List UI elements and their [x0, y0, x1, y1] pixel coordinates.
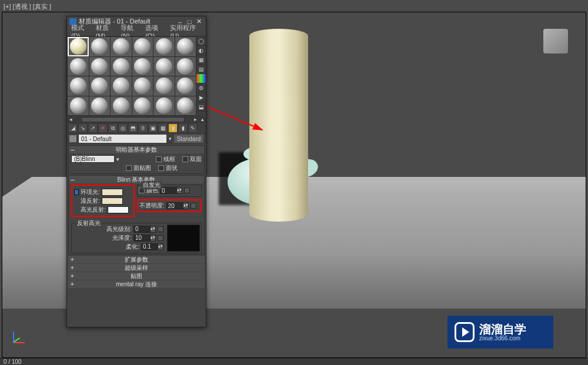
sample-scrollbar[interactable]: ◂▸▴ — [67, 116, 206, 123]
face-map-label: 面贴图 — [133, 164, 151, 172]
material-slot[interactable] — [111, 37, 132, 56]
material-slot[interactable] — [68, 76, 89, 96]
rollout-header[interactable]: – 明暗器基本参数 — [69, 146, 204, 153]
highlight-curve-preview — [167, 225, 200, 252]
material-slot[interactable] — [175, 37, 196, 56]
material-slot[interactable] — [89, 76, 111, 96]
viewcube[interactable] — [543, 29, 568, 53]
opacity-label: 不透明度: — [139, 202, 165, 210]
faceted-label: 面状 — [166, 164, 178, 172]
glossiness-map-button[interactable] — [158, 235, 163, 241]
glossiness-label: 光泽度: — [73, 234, 132, 242]
specular-highlights-group: 反射高光 高光级别: 0▴▾ 光泽度: 10▴▾ — [71, 223, 202, 253]
material-map-nav-icon[interactable]: ⬓ — [196, 102, 206, 112]
soften-spinner[interactable]: 0.1▴▾ — [141, 243, 163, 250]
material-slot[interactable] — [111, 57, 132, 76]
material-slot[interactable] — [89, 37, 111, 56]
video-color-icon[interactable] — [196, 74, 206, 83]
self-illum-spinner[interactable]: 0▴▾ — [160, 187, 182, 194]
show-in-viewport-icon[interactable]: ▣ — [148, 123, 158, 133]
shader-select[interactable]: (B)Blinn — [71, 155, 115, 163]
status-bar: 0 / 100 — [0, 358, 588, 365]
rollout-mentalray[interactable]: +mental ray 连接 — [68, 280, 205, 288]
material-slot[interactable] — [89, 96, 111, 116]
opacity-map-button[interactable] — [191, 203, 196, 209]
material-editor-menubar[interactable]: 模式(D) 材质(M) 导航(N) 选项(O) 实用程序(U) — [67, 26, 206, 36]
material-slot[interactable] — [111, 96, 132, 116]
rollout-extended[interactable]: +扩展参数 — [68, 256, 205, 263]
material-slot[interactable] — [132, 96, 153, 116]
self-illum-map-button[interactable] — [184, 187, 190, 193]
cylinder-object — [249, 29, 308, 222]
show-end-result-icon[interactable]: ▦ — [158, 123, 168, 133]
wireframe-label: 线框 — [163, 155, 175, 163]
material-slot[interactable] — [132, 76, 153, 96]
sample-type-icon[interactable]: ◯ — [196, 36, 206, 46]
rollout-supersampling[interactable]: +超级采样 — [68, 264, 205, 272]
play-icon — [455, 322, 475, 342]
go-forward-icon[interactable]: ▮ — [178, 123, 188, 133]
material-slot[interactable] — [175, 76, 196, 96]
eyedropper-icon[interactable] — [69, 135, 76, 142]
material-slot[interactable] — [175, 57, 196, 76]
two-sided-checkbox[interactable] — [182, 156, 188, 162]
spec-level-map-button[interactable] — [158, 226, 163, 232]
material-slot[interactable] — [111, 76, 132, 96]
axis-tripod — [8, 329, 25, 346]
backlight-icon[interactable]: ◐ — [196, 46, 206, 55]
material-slot[interactable] — [153, 96, 175, 116]
soften-label: 柔化: — [73, 243, 139, 251]
highlight-box-opacity: 不透明度: 20▴▾ — [137, 199, 202, 212]
faceted-checkbox[interactable] — [158, 165, 164, 171]
sample-uv-icon[interactable]: ▤ — [196, 65, 206, 74]
face-map-checkbox[interactable] — [126, 165, 132, 171]
assign-icon[interactable]: ↗ — [88, 123, 98, 133]
ambient-swatch[interactable] — [102, 189, 123, 196]
material-slot[interactable] — [175, 96, 196, 116]
material-slot[interactable] — [132, 57, 153, 76]
put-to-scene-icon[interactable]: ↘ — [78, 123, 88, 133]
pick-material-icon[interactable]: ✎ — [188, 123, 198, 133]
material-type-button[interactable]: Standard — [174, 135, 203, 143]
sample-side-toolbar[interactable]: ◯ ◐ ▦ ▤ ⚙ ▶ ⬓ — [196, 36, 206, 116]
diffuse-swatch[interactable] — [102, 197, 123, 205]
reset-icon[interactable]: ✕ — [98, 123, 108, 133]
material-slot-1[interactable] — [68, 37, 89, 56]
watermark: 溜溜自学 zixue.3d66.com — [447, 316, 553, 349]
material-slot[interactable] — [153, 76, 175, 96]
options-icon[interactable]: ⚙ — [196, 83, 206, 93]
specular-label: 高光反射: — [81, 206, 106, 214]
material-toolbar[interactable]: ◢ ↘ ↗ ✕ ⧉ ◎ ⬒ 0 ▣ ▦ ▮ ▮ ✎ — [67, 123, 206, 133]
material-slot[interactable] — [153, 37, 175, 56]
wireframe-checkbox[interactable] — [156, 156, 162, 162]
opacity-spinner[interactable]: 20▴▾ — [166, 202, 189, 209]
spec-level-spinner[interactable]: 0▴▾ — [133, 226, 156, 233]
rollout-header[interactable]: – Blinn 基本参数 — [69, 176, 204, 183]
material-slot[interactable] — [68, 57, 89, 76]
make-copy-icon[interactable]: ⧉ — [108, 123, 118, 133]
background-icon[interactable]: ▦ — [196, 55, 206, 65]
material-id-icon[interactable]: 0 — [138, 123, 148, 133]
go-to-parent-icon[interactable]: ▮ — [168, 123, 178, 133]
watermark-url: zixue.3d66.com — [479, 335, 526, 341]
material-slot[interactable] — [132, 37, 153, 56]
highlight-box-colors: 环境光: 漫反射: 高光反射: — [71, 185, 135, 217]
ambient-lock-icon[interactable] — [74, 189, 79, 195]
material-slot[interactable] — [153, 57, 175, 76]
get-material-icon[interactable]: ◢ — [68, 123, 78, 133]
timeline-indicator: 0 / 100 — [4, 359, 22, 365]
rollout-maps[interactable]: +贴图 — [68, 272, 205, 280]
put-to-library-icon[interactable]: ⬒ — [128, 123, 138, 133]
make-preview-icon[interactable]: ▶ — [196, 93, 206, 102]
watermark-brand: 溜溜自学 — [479, 323, 526, 335]
material-name-input[interactable]: 01 - Default — [79, 135, 166, 143]
specular-group-title: 反射高光 — [75, 219, 102, 227]
material-editor-window[interactable]: 材质编辑器 - 01 - Default – □ ✕ 模式(D) 材质(M) 导… — [66, 16, 206, 327]
specular-swatch[interactable] — [108, 206, 129, 213]
make-unique-icon[interactable]: ◎ — [118, 123, 128, 133]
material-sample-slots[interactable] — [67, 36, 196, 116]
glossiness-spinner[interactable]: 10▴▾ — [133, 235, 156, 242]
material-slot[interactable] — [89, 57, 111, 76]
self-illum-group: 自发光 颜色 0▴▾ — [137, 185, 202, 197]
material-slot[interactable] — [68, 96, 89, 116]
